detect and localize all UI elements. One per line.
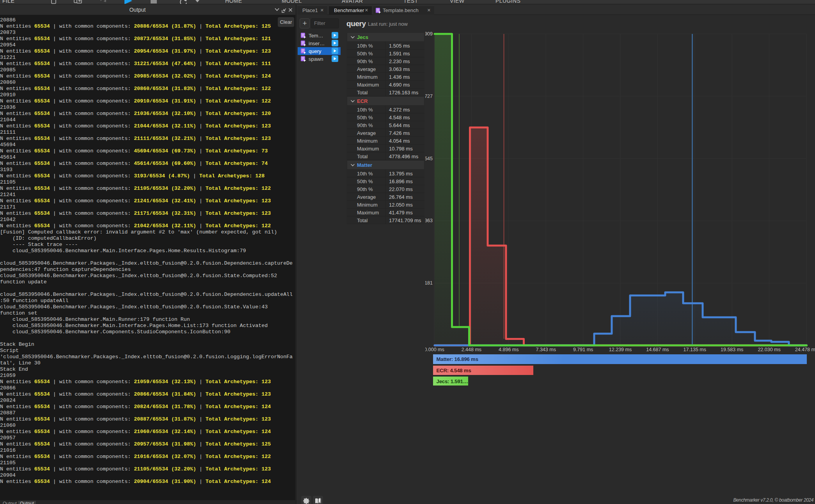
- svg-text:22.030 ms: 22.030 ms: [758, 347, 780, 352]
- svg-text:545: 545: [425, 156, 433, 161]
- svg-text:9.791 ms: 9.791 ms: [573, 347, 593, 352]
- svg-text:12.239 ms: 12.239 ms: [609, 347, 632, 352]
- svg-text:ECR: 4.548 ms: ECR: 4.548 ms: [437, 368, 471, 373]
- svg-text:363: 363: [425, 218, 433, 223]
- svg-text:181: 181: [425, 280, 433, 286]
- svg-text:Matter: 16.896 ms: Matter: 16.896 ms: [437, 356, 478, 362]
- svg-text:Jecs: 1.591…: Jecs: 1.591…: [437, 378, 468, 384]
- svg-text:0.000 ms: 0.000 ms: [425, 347, 444, 352]
- svg-text:4.896 ms: 4.896 ms: [499, 347, 518, 352]
- svg-text:7.343 ms: 7.343 ms: [536, 347, 556, 352]
- svg-text:727: 727: [425, 94, 433, 99]
- svg-text:17.135 ms: 17.135 ms: [684, 347, 706, 352]
- svg-text:2.448 ms: 2.448 ms: [462, 347, 481, 352]
- svg-text:14.687 ms: 14.687 ms: [646, 347, 669, 352]
- svg-text:19.583 ms: 19.583 ms: [721, 347, 743, 352]
- svg-text:909: 909: [425, 31, 433, 37]
- svg-text:24.478 ms: 24.478 ms: [795, 347, 815, 352]
